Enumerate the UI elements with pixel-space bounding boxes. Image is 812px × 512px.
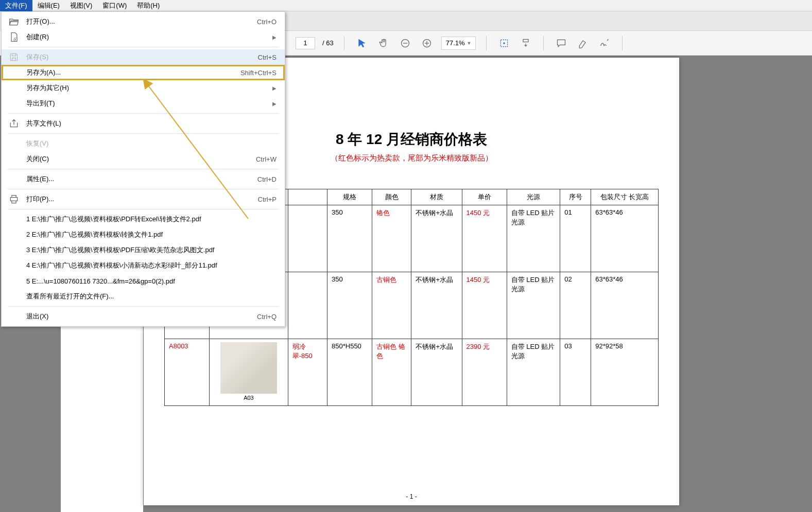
comment-icon[interactable] <box>554 36 568 50</box>
zoom-dropdown[interactable]: 77.1% ▼ <box>441 37 476 50</box>
menu-create-label: 创建(R) <box>26 32 272 42</box>
cell-pkg: 63*63*46 <box>591 272 659 339</box>
highlight-icon[interactable] <box>576 36 590 50</box>
blank-icon <box>8 173 20 185</box>
th-spec: 规格 <box>327 189 372 205</box>
cell-color: 古铜色 <box>372 272 411 339</box>
cell-material: 不锈钢+水晶 <box>411 205 462 272</box>
menu-properties[interactable]: 属性(E)... Ctrl+D <box>2 171 285 187</box>
cell-name <box>288 205 327 272</box>
cell-pkg: 92*92*58 <box>591 339 659 406</box>
sign-icon[interactable] <box>597 36 612 50</box>
page-input[interactable] <box>296 37 315 49</box>
cell-seq: 02 <box>560 272 591 339</box>
th-price: 单价 <box>462 189 507 205</box>
menu-share[interactable]: 共享文件(L) <box>2 116 285 131</box>
menu-help[interactable]: 帮助(H) <box>132 0 165 11</box>
cell-color: 古铜色 铬色 <box>372 339 411 406</box>
menu-properties-shortcut: Ctrl+D <box>257 175 277 183</box>
menu-export-label: 导出到(T) <box>26 99 272 108</box>
cell-price: 1450 元 <box>462 272 507 339</box>
fit-page-icon[interactable] <box>497 36 511 50</box>
menu-saveas-label: 另存为(A)... <box>26 68 240 77</box>
menu-export[interactable]: 导出到(T) ▶ <box>2 96 285 111</box>
menu-recent4[interactable]: 4 E:\推广\推广\总视频\资料模板\小清新动态水彩绿叶_部分11.pdf <box>2 258 285 273</box>
menu-open[interactable]: 打开(O)... Ctrl+O <box>2 14 285 29</box>
menu-open-shortcut: Ctrl+O <box>257 18 277 26</box>
cell-spec: 350 <box>327 205 372 272</box>
zoom-value: 77.1% <box>446 39 465 47</box>
blank-icon <box>8 82 20 94</box>
file-menu-dropdown: 打开(O)... Ctrl+O 创建(R) ▶ 保存(S) Ctrl+S 另存为… <box>1 11 285 327</box>
blank-icon <box>8 97 20 110</box>
zoom-out-icon[interactable] <box>398 36 412 50</box>
blank-icon <box>8 244 20 256</box>
menu-file[interactable]: 文件(F) <box>0 0 32 11</box>
cell-spec: 850*H550 <box>327 339 372 406</box>
blank-icon <box>8 153 20 165</box>
th-name <box>288 189 327 205</box>
folder-open-icon <box>8 15 20 28</box>
menu-recent3[interactable]: 3 E:\推广\推广\总视频\资料模板\PDF压缩\欧美范杂志风图文.pdf <box>2 242 285 258</box>
cell-light: 自带 LED 贴片光源 <box>507 339 560 406</box>
menu-recent3-label: 3 E:\推广\推广\总视频\资料模板\PDF压缩\欧美范杂志风图文.pdf <box>26 245 277 255</box>
menu-recent5[interactable]: 5 E:...\u=1080760116 7320...&fm=26&gp=0(… <box>2 273 285 289</box>
menu-print[interactable]: 打印(P)... Ctrl+P <box>2 191 285 207</box>
blank-icon <box>8 137 20 150</box>
menu-close[interactable]: 关闭(C) Ctrl+W <box>2 151 285 167</box>
th-seq: 序号 <box>560 189 591 205</box>
zoom-in-icon[interactable] <box>420 36 434 50</box>
blank-icon <box>8 310 20 323</box>
scroll-mode-icon[interactable] <box>519 36 533 50</box>
menu-view[interactable]: 视图(V) <box>65 0 97 11</box>
menu-saveas[interactable]: 另存为(A)... Shift+Ctrl+S <box>2 65 285 80</box>
chevron-down-icon: ▼ <box>467 41 472 46</box>
share-icon <box>8 117 20 130</box>
cursor-tool-icon[interactable] <box>355 36 369 50</box>
cell-name <box>288 272 327 339</box>
submenu-arrow-icon: ▶ <box>272 85 277 91</box>
cell-model: A8003 <box>165 339 210 406</box>
menu-recent2[interactable]: 2 E:\推广\推广\总视频\资料模板\转换文件1.pdf <box>2 227 285 242</box>
menu-save-label: 保存(S) <box>26 52 258 62</box>
menu-save-shortcut: Ctrl+S <box>258 54 277 61</box>
cell-price: 1450 元 <box>462 205 507 272</box>
cell-material: 不锈钢+水晶 <box>411 339 462 406</box>
menu-restore-label: 恢复(V) <box>26 139 277 148</box>
menu-edit[interactable]: 编辑(E) <box>32 0 65 11</box>
menu-exit-label: 退出(X) <box>26 312 257 321</box>
cell-light: 自带 LED 贴片光源 <box>507 205 560 272</box>
menu-restore: 恢复(V) <box>2 136 285 151</box>
cell-seq: 01 <box>560 205 591 272</box>
menu-share-label: 共享文件(L) <box>26 119 277 128</box>
menu-open-label: 打开(O)... <box>26 17 257 26</box>
menubar: 文件(F) 编辑(E) 视图(V) 窗口(W) 帮助(H) <box>0 0 812 11</box>
submenu-arrow-icon: ▶ <box>272 34 277 40</box>
file-create-icon <box>8 31 20 43</box>
menu-close-shortcut: Ctrl+W <box>256 155 277 163</box>
blank-icon <box>8 275 20 287</box>
page-total: / 63 <box>322 39 334 47</box>
menu-viewall[interactable]: 查看所有最近打开的文件(F)... <box>2 289 285 304</box>
blank-icon <box>8 228 20 241</box>
menu-properties-label: 属性(E)... <box>26 174 257 184</box>
menu-recent1[interactable]: 1 E:\推广\推广\总视频\资料模板\PDF转Excel\转换文件2.pdf <box>2 211 285 227</box>
page-number: - 1 - <box>144 493 679 500</box>
blank-icon <box>8 290 20 303</box>
menu-print-shortcut: Ctrl+P <box>258 196 277 203</box>
menu-create[interactable]: 创建(R) ▶ <box>2 29 285 45</box>
hand-tool-icon[interactable] <box>376 36 391 50</box>
th-color: 颜色 <box>372 189 411 205</box>
menu-recent4-label: 4 E:\推广\推广\总视频\资料模板\小清新动态水彩绿叶_部分11.pdf <box>26 261 277 270</box>
submenu-arrow-icon: ▶ <box>272 101 277 107</box>
cell-pkg: 63*63*46 <box>591 205 659 272</box>
th-light: 光源 <box>507 189 560 205</box>
cell-seq: 03 <box>560 339 591 406</box>
blank-icon <box>8 66 20 79</box>
menu-close-label: 关闭(C) <box>26 154 256 164</box>
menu-exit[interactable]: 退出(X) Ctrl+Q <box>2 309 285 324</box>
menu-saveas-other[interactable]: 另存为其它(H) ▶ <box>2 80 285 96</box>
menu-window[interactable]: 窗口(W) <box>97 0 132 11</box>
cell-material: 不锈钢+水晶 <box>411 272 462 339</box>
svg-point-6 <box>504 42 505 44</box>
